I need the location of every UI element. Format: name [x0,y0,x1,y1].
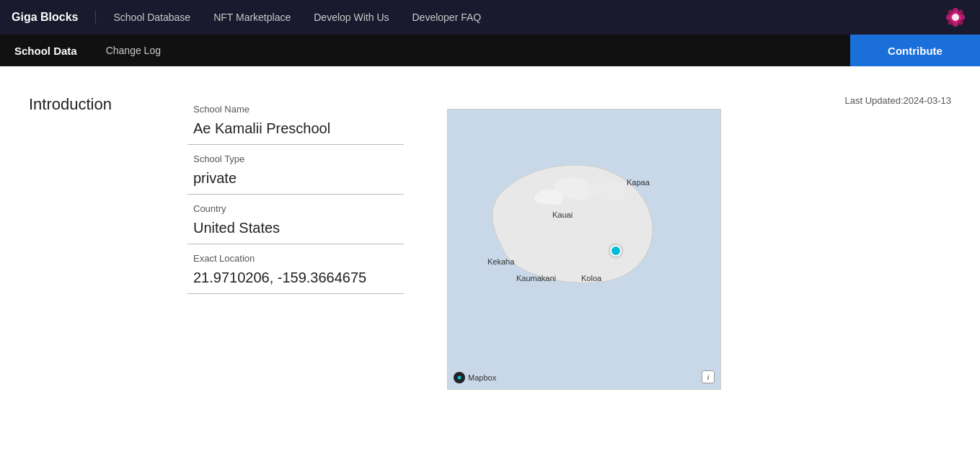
map-info-icon[interactable]: i [702,370,715,383]
top-nav-links: School Database NFT Marketplace Develop … [113,12,943,23]
svg-point-3 [953,21,958,27]
svg-point-6 [948,10,953,15]
svg-point-5 [959,14,965,20]
svg-point-4 [946,14,952,20]
svg-point-12 [458,376,462,380]
map-section: Last Updated:2024-03-13 Kauai Kapaa Keka… [447,95,951,390]
school-name-value: Ae Kamalii Preschool [187,117,404,145]
svg-point-10 [952,14,959,21]
school-country-value: United States [187,217,404,244]
school-country-field: Country United States [187,195,404,244]
secondary-nav-left: School Data Change Log [0,45,850,57]
top-nav: Giga Blocks School Database NFT Marketpl… [0,0,980,35]
school-info-panel: School Name Ae Kamalii Preschool School … [187,95,404,390]
school-country-label: Country [187,195,404,217]
mapbox-label: Mapbox [468,373,496,382]
svg-point-2 [953,8,958,14]
nav-developer-faq[interactable]: Developer FAQ [412,12,482,23]
place-label-kaumakani: Kaumakani [516,274,556,283]
contribute-button[interactable]: Contribute [850,35,980,66]
svg-point-8 [948,20,953,25]
school-name-label: School Name [187,95,404,117]
kauai-island-shape [477,153,679,297]
school-location-field: Exact Location 21.9710206, -159.3664675 [187,244,404,294]
nav-nft-marketplace[interactable]: NFT Marketplace [213,12,291,23]
changelog-tab[interactable]: Change Log [92,45,175,56]
school-location-dot [610,245,622,257]
school-data-tab[interactable]: School Data [0,45,92,57]
nav-develop-with-us[interactable]: Develop With Us [314,12,389,23]
intro-heading: Introduction [29,95,144,114]
school-location-value: 21.9710206, -159.3664675 [187,267,404,294]
mapbox-logo: Mapbox [454,372,496,383]
school-location-label: Exact Location [187,244,404,267]
nav-school-database[interactable]: School Database [113,12,190,23]
secondary-nav: School Data Change Log Contribute [0,35,980,66]
school-type-field: School Type private [187,145,404,195]
place-label-kekaha: Kekaha [487,257,514,266]
map-last-updated: Last Updated:2024-03-13 [447,95,951,106]
place-label-kauai: Kauai [552,210,573,219]
map-container[interactable]: Kauai Kapaa Kekaha Kaumakani Koloa Mapbo… [447,109,721,390]
school-name-field: School Name Ae Kamalii Preschool [187,95,404,145]
place-label-kapaa: Kapaa [627,178,650,187]
place-label-koloa: Koloa [581,274,601,283]
brand-logo: Giga Blocks [12,11,96,24]
school-type-label: School Type [187,145,404,167]
svg-point-9 [958,20,963,25]
school-type-value: private [187,167,404,195]
mapbox-logo-icon [454,372,465,383]
main-content: Introduction School Name Ae Kamalii Pres… [0,66,980,419]
giga-blocks-logo-icon [943,4,968,30]
intro-section: Introduction [29,95,144,390]
svg-point-7 [958,10,963,15]
